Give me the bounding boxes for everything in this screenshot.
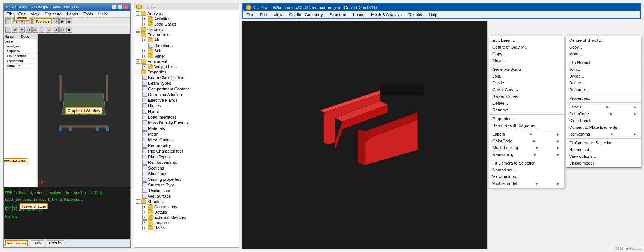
tree-item-features[interactable]: + Features — [135, 220, 238, 225]
ctx2-divide[interactable]: Divide... — [566, 73, 641, 79]
tree-item-sections[interactable]: Sections — [135, 165, 238, 171]
app-menu-guiding[interactable]: Guiding Geometry — [288, 12, 324, 17]
tree-expand-features[interactable]: + — [142, 220, 147, 225]
visualization-area[interactable] — [242, 21, 488, 249]
app-menu-mesh[interactable]: Mesh & Analysis — [370, 12, 403, 17]
toolbar2-btn-2[interactable]: ⟳ — [12, 27, 18, 33]
browser-item-demo[interactable]: demo — [4, 39, 37, 44]
menu-loads[interactable]: Loads — [66, 11, 79, 17]
tree-item-snipingproperties[interactable]: Sniping properties — [135, 176, 238, 182]
tree-expand-equipment[interactable]: − — [136, 59, 140, 64]
ctx-mesh-locking[interactable]: Mesh Locking ▶ — [489, 144, 564, 151]
app-menu-edit[interactable]: Edit — [259, 12, 268, 17]
tree-expand-weightlists[interactable]: + — [142, 64, 147, 69]
tree-item-hydro[interactable]: Hydro — [135, 108, 238, 114]
tree-item-holes[interactable]: + Holes — [135, 225, 238, 231]
app-menu-file[interactable]: File — [245, 12, 254, 17]
toolbar2-btn-3[interactable]: ☰ — [19, 27, 25, 33]
tree-item-properties[interactable]: − Properties — [135, 69, 238, 75]
tree-item-platetypes[interactable]: Plate Types — [135, 154, 238, 159]
toolbar2-btn-4[interactable]: ⊞ — [26, 27, 32, 33]
tree-item-structuretype[interactable]: Structure Type — [135, 182, 238, 188]
ctx2-centre-gravity[interactable]: Centre of Gravity... — [566, 37, 641, 44]
tree-item-massdensityfactors[interactable]: Mass Density Factors — [135, 120, 238, 125]
tree-item-meshoptions[interactable]: Mesh Options — [135, 137, 238, 142]
tree-item-mesh[interactable]: Mesh — [135, 131, 238, 137]
tree-expand-loadcases[interactable]: + — [142, 22, 147, 26]
tree-item-analysis[interactable]: − Analysis — [135, 11, 238, 16]
ctx2-remeshing[interactable]: Remeshing ▶ — [566, 131, 641, 137]
tree-item-connections[interactable]: + Connections — [135, 204, 238, 209]
ctx2-flip-normal[interactable]: Flip Normal — [566, 59, 641, 66]
toolbar-btn-10[interactable]: ■ — [66, 18, 72, 24]
tree-item-effectiveflange[interactable]: Effective Flange — [135, 97, 238, 103]
tree-item-beamtypes[interactable]: Beam Types — [135, 80, 238, 86]
tree-item-reinforcements[interactable]: Reinforcements — [135, 159, 238, 165]
app-menu-help[interactable]: Help — [428, 12, 439, 17]
ctx2-convert-plate[interactable]: Convert to Plate Elements — [566, 124, 641, 131]
ctx2-visible-model[interactable]: Visible model — [566, 160, 641, 166]
ctx-remeshing[interactable]: Remeshing ▶ — [489, 151, 564, 158]
tree-item-environment[interactable]: − Environment — [135, 32, 238, 37]
toolbar2-btn-8[interactable]: ⊿ — [53, 27, 59, 33]
tree-item-soil[interactable]: + Soil — [135, 48, 238, 53]
ctx-rename[interactable]: Rename... — [489, 107, 564, 113]
ctx2-named-set[interactable]: Named set... — [566, 146, 641, 153]
tree-item-pilecharacteristics[interactable]: Pile Characteristics — [135, 148, 238, 154]
minimize-button[interactable]: _ — [112, 5, 117, 9]
tree-item-loadinterfaces[interactable]: Load Interfaces — [135, 114, 238, 120]
toolbar2-btn-7[interactable]: + — [46, 27, 52, 33]
app-menu-structure[interactable]: Structure — [329, 12, 348, 17]
tree-item-weightlists[interactable]: + Weight Lists — [135, 64, 238, 69]
menu-tools[interactable]: Tools — [82, 11, 94, 17]
browser-item-equipment[interactable]: Equipment — [4, 59, 37, 64]
close-button[interactable]: × — [123, 5, 128, 9]
tree-expand-soil[interactable]: + — [142, 49, 147, 53]
ctx-properties[interactable]: Properties... — [489, 115, 564, 122]
tree-expand-externalmatrices[interactable]: + — [142, 215, 147, 220]
tree-item-hinges[interactable]: Hinges — [135, 103, 238, 108]
tree-item-air[interactable]: + Air — [135, 37, 238, 43]
tree-item-beamclassification[interactable]: Beam Classification — [135, 75, 238, 80]
browser-item-structure[interactable]: Structure — [4, 64, 37, 69]
tree-expand-structure[interactable]: − — [136, 199, 140, 204]
menu-file[interactable]: File — [5, 11, 14, 17]
ctx-labels[interactable]: Labels ▶ — [489, 131, 564, 137]
tree-item-capacity[interactable]: + Capacity — [135, 27, 238, 32]
app-menu-loads[interactable]: Loads — [352, 12, 365, 17]
ctx2-delete[interactable]: Delete... — [566, 79, 641, 86]
ctx-join[interactable]: Join... — [489, 73, 564, 79]
tree-item-corrosionaddition[interactable]: Corrosion Addition — [135, 92, 238, 97]
menu-help[interactable]: Help — [97, 11, 108, 17]
ctx-generate-joints[interactable]: Generate Joints — [489, 66, 564, 73]
ctx-fit-camera[interactable]: Fit Camera to Selection — [489, 160, 564, 166]
tree-item-activities[interactable]: + Activities — [135, 16, 238, 21]
toolbar2-btn-10[interactable]: ■ — [66, 27, 72, 33]
ctx-view-options[interactable]: View options... — [489, 173, 564, 180]
ctx-sweep-curves[interactable]: Sweep Curves — [489, 93, 564, 100]
tree-expand-capacity[interactable]: + — [136, 27, 140, 32]
tree-item-wetsurface[interactable]: Wet Surface — [135, 193, 238, 199]
ctx-cover-curves[interactable]: Cover Curves — [489, 86, 564, 93]
toolbar2-btn-6[interactable]: • — [39, 27, 45, 33]
ctx2-fit-camera[interactable]: Fit Camera to Selection — [566, 139, 641, 146]
tree-item-permeability[interactable]: Permeability — [135, 142, 238, 148]
graphical-window[interactable]: Graphical Window ⊕ — [38, 34, 130, 187]
tree-item-thicknesses[interactable]: Thicknesses — [135, 188, 238, 193]
ctx2-join[interactable]: Join... — [566, 66, 641, 73]
app-menu-results[interactable]: Results — [407, 12, 423, 17]
tree-item-externalmatrices[interactable]: + External Matrices — [135, 215, 238, 220]
toolbar2-btn-1[interactable]: ↔ — [5, 27, 11, 33]
toolbar-btn-8[interactable]: ⚙ — [53, 18, 59, 24]
ctx-beam-result-diagrams[interactable]: Beam Result Diagrams... — [489, 122, 564, 129]
tree-expand-analysis[interactable]: − — [136, 11, 140, 16]
tree-expand-holes[interactable]: + — [142, 226, 147, 230]
menu-structure[interactable]: Structure — [44, 11, 63, 17]
tree-item-details[interactable]: + Details — [135, 209, 238, 215]
ctx2-clear-labels[interactable]: Clear Labels — [566, 117, 641, 124]
info-tab-defaults[interactable]: Defaults — [47, 240, 64, 246]
ctx-named-set[interactable]: Named set... — [489, 166, 564, 173]
toolbar-btn-9[interactable]: ▶ — [59, 18, 65, 24]
ctx-copy[interactable]: Copy... — [489, 50, 564, 57]
tree-expand-details[interactable]: + — [142, 210, 147, 214]
